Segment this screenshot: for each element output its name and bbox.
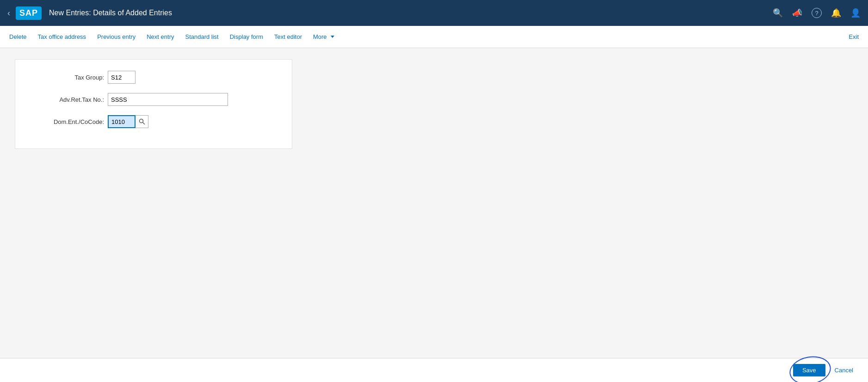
tax-office-address-button[interactable]: Tax office address <box>32 26 92 48</box>
header-icons: 🔍 📣 ? 🔔 👤 <box>773 8 861 18</box>
dom-ent-cocode-input[interactable] <box>108 115 135 128</box>
footer: Save Cancel <box>0 358 868 382</box>
chevron-down-icon <box>331 36 334 38</box>
tax-group-input[interactable] <box>108 71 135 84</box>
dom-ent-cocode-row: Dom.Ent./CoCode: <box>30 115 277 128</box>
tax-group-label: Tax Group: <box>30 74 104 81</box>
notification-icon[interactable]: 🔔 <box>831 8 841 18</box>
main-content: Tax Group: Adv.Ret.Tax No.: Dom.Ent./CoC… <box>0 48 868 358</box>
form-section: Tax Group: Adv.Ret.Tax No.: Dom.Ent./CoC… <box>15 59 292 149</box>
display-form-button[interactable]: Display form <box>224 26 269 48</box>
save-button[interactable]: Save <box>793 364 825 376</box>
header: ‹ SAP New Entries: Details of Added Entr… <box>0 0 868 26</box>
toolbar: Delete Tax office address Previous entry… <box>0 26 868 48</box>
next-entry-button[interactable]: Next entry <box>141 26 179 48</box>
delete-button[interactable]: Delete <box>7 26 32 48</box>
search-icon[interactable]: 🔍 <box>773 8 783 18</box>
more-button[interactable]: More <box>308 26 340 48</box>
adv-ret-tax-no-label: Adv.Ret.Tax No.: <box>30 96 104 103</box>
megaphone-icon[interactable]: 📣 <box>792 8 802 18</box>
dom-ent-cocode-label: Dom.Ent./CoCode: <box>30 118 104 125</box>
exit-button[interactable]: Exit <box>847 33 861 40</box>
back-button[interactable]: ‹ <box>7 8 10 18</box>
search-icon <box>139 118 145 125</box>
user-icon[interactable]: 👤 <box>850 8 861 18</box>
adv-ret-tax-no-row: Adv.Ret.Tax No.: <box>30 93 277 106</box>
svg-line-1 <box>142 123 144 124</box>
standard-list-button[interactable]: Standard list <box>179 26 224 48</box>
tax-group-row: Tax Group: <box>30 71 277 84</box>
cancel-button[interactable]: Cancel <box>831 364 857 376</box>
text-editor-button[interactable]: Text editor <box>269 26 308 48</box>
help-icon[interactable]: ? <box>812 8 822 18</box>
sap-logo: SAP <box>16 6 42 20</box>
adv-ret-tax-no-input[interactable] <box>108 93 228 106</box>
previous-entry-button[interactable]: Previous entry <box>92 26 141 48</box>
page-title: New Entries: Details of Added Entries <box>49 9 773 17</box>
dom-ent-cocode-search-button[interactable] <box>135 115 148 128</box>
